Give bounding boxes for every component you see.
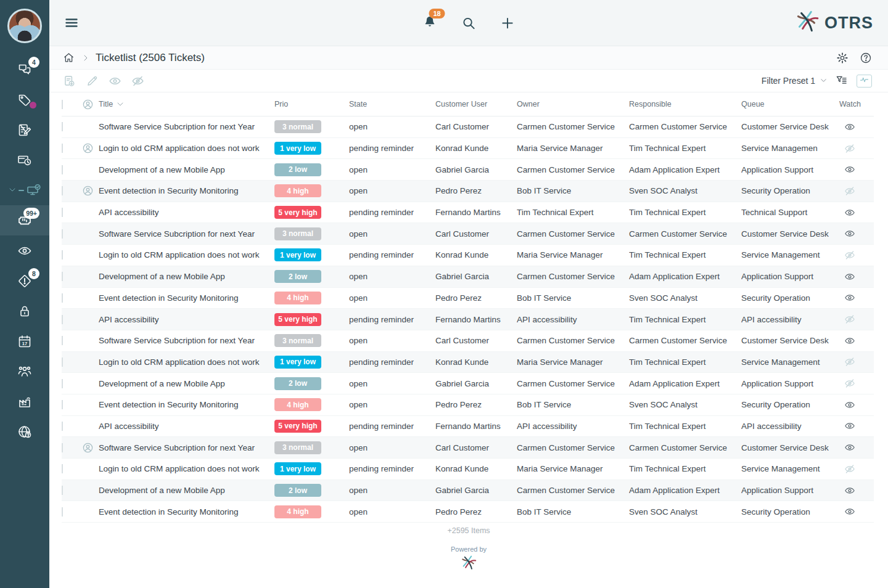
- table-row[interactable]: Development of a new Mobile App 2 low op…: [62, 266, 874, 288]
- ticket-title[interactable]: Login to old CRM application does not wo…: [99, 144, 274, 153]
- watch-eye-slash-icon[interactable]: [844, 356, 855, 367]
- watch-eye-slash-icon[interactable]: [844, 186, 855, 197]
- ticket-title[interactable]: API accessibility: [99, 208, 274, 217]
- ticket-title[interactable]: Login to old CRM application does not wo…: [99, 464, 274, 473]
- ticket-title[interactable]: Software Service Subcription for next Ye…: [99, 336, 274, 345]
- table-row[interactable]: Event detection in Security Monitoring 4…: [62, 501, 874, 523]
- column-header-owner[interactable]: Owner: [517, 100, 629, 108]
- row-checkbox[interactable]: [62, 208, 63, 217]
- ticket-title[interactable]: Event detection in Security Monitoring: [99, 293, 274, 303]
- column-header-watch[interactable]: Watch: [839, 100, 874, 108]
- table-row[interactable]: Login to old CRM application does not wo…: [62, 352, 874, 374]
- ticket-title[interactable]: Development of a new Mobile App: [99, 379, 274, 388]
- row-checkbox[interactable]: [62, 336, 63, 345]
- sidebar-item-calendar[interactable]: 17: [0, 326, 49, 356]
- row-checkbox[interactable]: [62, 464, 63, 473]
- sidebar-item-organizations[interactable]: [0, 386, 49, 417]
- watch-eye-icon[interactable]: [844, 207, 855, 218]
- ticket-title[interactable]: Software Service Subcription for next Ye…: [99, 122, 274, 131]
- watch-eye-slash-icon[interactable]: [844, 143, 855, 154]
- filter-preset-dropdown[interactable]: Filter Preset 1: [762, 76, 827, 86]
- table-row[interactable]: Event detection in Security Monitoring 4…: [62, 394, 874, 416]
- ticket-title[interactable]: Event detection in Security Monitoring: [99, 507, 274, 517]
- sidebar-item-customers[interactable]: [0, 356, 49, 386]
- watch-eye-icon[interactable]: [844, 164, 855, 175]
- table-row[interactable]: Software Service Subcription for next Ye…: [62, 116, 874, 138]
- table-row[interactable]: Event detection in Security Monitoring 4…: [62, 288, 874, 309]
- watch-eye-icon[interactable]: [844, 399, 855, 410]
- table-row[interactable]: Development of a new Mobile App 2 low op…: [62, 159, 874, 181]
- ticket-title[interactable]: Development of a new Mobile App: [99, 165, 274, 174]
- watch-eye-icon[interactable]: [844, 271, 855, 282]
- row-checkbox[interactable]: [62, 186, 63, 195]
- column-header-title[interactable]: Title: [99, 100, 274, 108]
- watch-eye-icon[interactable]: [844, 292, 855, 303]
- ticket-title[interactable]: Login to old CRM application does not wo…: [99, 250, 274, 259]
- unwatch-eye-slash-icon[interactable]: [131, 75, 144, 88]
- watch-eye-icon[interactable]: [844, 420, 855, 431]
- sidebar-item-chat[interactable]: 4: [0, 54, 49, 84]
- sidebar-item-knowledge[interactable]: [0, 417, 49, 447]
- home-icon[interactable]: [63, 52, 75, 63]
- table-row[interactable]: Software Service Subcription for next Ye…: [62, 437, 874, 459]
- select-all-checkbox[interactable]: [62, 100, 63, 109]
- row-checkbox[interactable]: [62, 422, 63, 431]
- watch-eye-slash-icon[interactable]: [844, 250, 855, 261]
- row-checkbox[interactable]: [62, 272, 63, 281]
- ticket-title[interactable]: Login to old CRM application does not wo…: [99, 357, 274, 367]
- sidebar-item-lock[interactable]: [0, 296, 49, 326]
- row-checkbox[interactable]: [62, 293, 63, 303]
- watch-eye-icon[interactable]: [109, 75, 121, 88]
- ticket-title[interactable]: Event detection in Security Monitoring: [99, 186, 274, 195]
- sidebar-item-card-clock[interactable]: [0, 145, 49, 175]
- sidebar-item-incidents[interactable]: 8: [0, 266, 49, 296]
- ticket-title[interactable]: API accessibility: [99, 315, 274, 324]
- settings-gear-icon[interactable]: [836, 52, 849, 64]
- sidebar-item-notes[interactable]: [0, 115, 49, 145]
- watch-eye-icon[interactable]: [844, 121, 855, 133]
- watch-eye-icon[interactable]: [844, 506, 855, 517]
- sidebar-item-tags[interactable]: [0, 84, 49, 115]
- table-row[interactable]: API accessibility 5 very high pending re…: [62, 309, 874, 330]
- ticket-title[interactable]: Software Service Subcription for next Ye…: [99, 443, 274, 452]
- row-checkbox[interactable]: [62, 379, 63, 388]
- table-row[interactable]: Login to old CRM application does not wo…: [62, 245, 874, 266]
- row-checkbox[interactable]: [62, 165, 63, 174]
- table-row[interactable]: Development of a new Mobile App 2 low op…: [62, 373, 874, 394]
- watch-eye-icon[interactable]: [844, 335, 855, 346]
- menu-hamburger-icon[interactable]: [64, 15, 79, 30]
- row-checkbox[interactable]: [62, 357, 63, 367]
- row-checkbox[interactable]: [62, 144, 63, 153]
- create-new-icon[interactable]: [501, 16, 515, 30]
- sidebar-item-tickets[interactable]: 99+: [0, 205, 49, 235]
- edit-pencil-icon[interactable]: [86, 75, 99, 88]
- ticket-title[interactable]: Development of a new Mobile App: [99, 486, 274, 495]
- column-header-prio[interactable]: Prio: [274, 100, 349, 108]
- row-checkbox[interactable]: [62, 400, 63, 409]
- ticket-title[interactable]: Software Service Subcription for next Ye…: [99, 229, 274, 239]
- row-checkbox[interactable]: [62, 229, 63, 239]
- ticket-title[interactable]: API accessibility: [99, 422, 274, 431]
- row-checkbox[interactable]: [62, 315, 63, 324]
- column-header-responsible[interactable]: Responsible: [629, 100, 741, 108]
- row-checkbox[interactable]: [62, 122, 63, 131]
- chart-toggle-button[interactable]: [857, 75, 872, 88]
- search-icon[interactable]: [462, 16, 476, 30]
- watch-eye-slash-icon[interactable]: [844, 463, 855, 475]
- watch-eye-slash-icon[interactable]: [844, 314, 855, 325]
- table-row[interactable]: API accessibility 5 very high pending re…: [62, 416, 874, 438]
- row-checkbox[interactable]: [62, 443, 63, 452]
- column-header-customer-user[interactable]: Customer User: [435, 100, 517, 108]
- table-row[interactable]: Development of a new Mobile App 2 low op…: [62, 480, 874, 502]
- row-checkbox[interactable]: [62, 507, 63, 517]
- watch-eye-slash-icon[interactable]: [844, 378, 855, 389]
- watch-eye-icon[interactable]: [844, 485, 855, 496]
- export-document-icon[interactable]: [63, 75, 76, 88]
- sidebar-item-monitor[interactable]: [0, 175, 49, 205]
- ticket-title[interactable]: Event detection in Security Monitoring: [99, 400, 274, 409]
- table-row[interactable]: Software Service Subcription for next Ye…: [62, 330, 874, 352]
- table-row[interactable]: Event detection in Security Monitoring 4…: [62, 181, 874, 202]
- watch-eye-icon[interactable]: [844, 442, 855, 453]
- row-checkbox[interactable]: [62, 250, 63, 259]
- notifications-bell-icon[interactable]: 18: [423, 15, 437, 31]
